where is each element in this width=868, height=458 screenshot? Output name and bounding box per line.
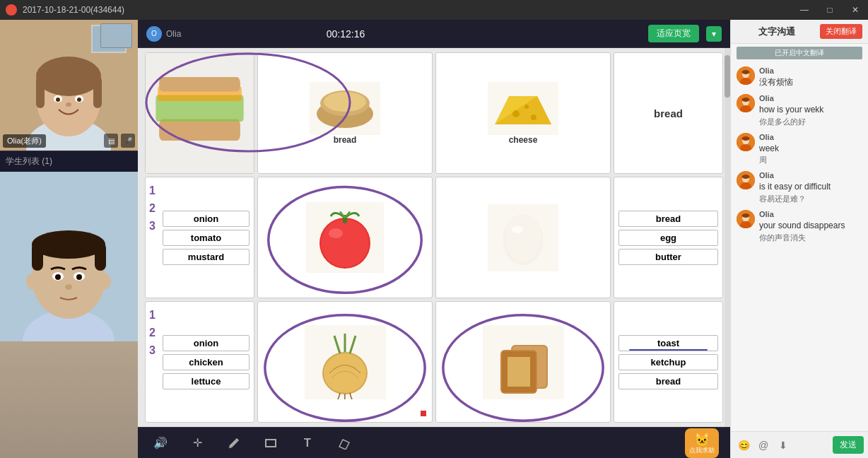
maximize-button[interactable]: □ <box>817 0 843 20</box>
word-lettuce-3: lettuce <box>163 373 250 389</box>
svg-point-21 <box>26 273 40 290</box>
svg-rect-7 <box>36 76 45 108</box>
msg-translation-5: 你的声音消失 <box>759 233 862 243</box>
olia-avatar-2 <box>737 94 755 112</box>
chat-message-5: Olia your sound disappears 你的声音消失 <box>737 210 862 243</box>
svg-text:2: 2 <box>149 327 156 339</box>
svg-rect-72 <box>530 351 536 392</box>
food-cell-bread-top: bread <box>257 52 433 174</box>
student-video <box>0 172 138 458</box>
svg-rect-29 <box>159 119 240 141</box>
chat-message-3: Olia week 周 <box>737 133 862 166</box>
compass-button[interactable]: ✛ <box>186 432 209 454</box>
word-onion-1: onion <box>163 211 250 227</box>
bread-image <box>310 82 380 135</box>
help-emoji: 🐱 <box>694 432 710 447</box>
food-cell-tomato <box>257 177 433 298</box>
pen-button[interactable] <box>223 432 245 454</box>
bread-word-right: bread <box>654 107 683 119</box>
msg-content-3: Olia week 周 <box>759 133 862 166</box>
svg-text:3: 3 <box>149 344 156 356</box>
olia-avatar-4 <box>737 171 755 189</box>
teacher-screen-btn[interactable]: ▤ <box>104 134 118 148</box>
scrollbar-track[interactable] <box>725 48 730 427</box>
cheese-image <box>488 82 558 135</box>
close-translate-button[interactable]: 关闭翻译 <box>820 24 862 39</box>
tomato-image <box>306 202 384 273</box>
svg-rect-20 <box>95 242 106 271</box>
chat-message-1: Olia 没有烦恼 <box>737 66 862 88</box>
username-label: Olia <box>166 29 181 39</box>
toast-underline <box>629 349 708 351</box>
svg-rect-75 <box>266 440 276 447</box>
app-icon <box>6 4 17 16</box>
word-chicken-3: chicken <box>163 354 250 370</box>
svg-point-25 <box>55 274 61 280</box>
word-cell-group-4: toast ketchup bread <box>614 301 723 423</box>
window-title: 2017-10-18-21-00(434644) <box>23 5 124 15</box>
msg-text-2: how is your wekk <box>759 104 862 116</box>
at-button[interactable]: @ <box>755 437 772 454</box>
word-cell-group-1: 1 2 3 onion tomato mustard <box>145 177 254 298</box>
volume-button[interactable]: 🔊 <box>149 432 172 454</box>
teacher-label: Olia(老师) <box>3 134 46 148</box>
onion-image <box>305 325 386 399</box>
fit-dropdown-button[interactable]: ▾ <box>706 26 722 42</box>
olia-avatar-3 <box>737 133 755 151</box>
svg-rect-71 <box>502 351 508 392</box>
text-button[interactable]: T <box>296 432 319 454</box>
cheese-label: cheese <box>509 135 538 145</box>
word-egg-2: egg <box>618 230 718 246</box>
chat-icons: 😊 @ ⬇ <box>735 437 792 454</box>
download-button[interactable]: ⬇ <box>775 437 792 454</box>
help-button[interactable]: 🐱 点我求助 <box>685 428 719 458</box>
svg-point-6 <box>36 57 101 96</box>
background-picture <box>100 23 132 48</box>
send-button[interactable]: 发送 <box>833 436 864 454</box>
msg-sender-3: Olia <box>759 133 862 141</box>
msg-sender-2: Olia <box>759 94 862 102</box>
msg-avatar-1 <box>737 66 755 85</box>
word-list-1: onion tomato mustard <box>163 211 250 265</box>
msg-content-1: Olia 没有烦恼 <box>759 66 862 88</box>
svg-point-50 <box>329 228 343 238</box>
user-info: O Olia <box>146 26 181 42</box>
eraser-button[interactable] <box>333 432 356 454</box>
toast-image <box>483 325 564 399</box>
word-mustard-1: mustard <box>163 249 250 265</box>
main-layout: Olia(老师) ▤ 🎤 学生列表 (1) <box>0 20 868 458</box>
svg-point-88 <box>742 136 750 141</box>
text-icon: T <box>304 437 311 450</box>
svg-point-12 <box>77 98 81 102</box>
teacher-video-frame: Olia(老师) ▤ 🎤 <box>0 20 138 151</box>
scrollbar-thumb[interactable] <box>725 55 730 98</box>
svg-point-37 <box>324 92 366 112</box>
pen-icon <box>228 437 240 450</box>
svg-point-41 <box>512 110 520 117</box>
minimize-button[interactable]: — <box>792 0 817 20</box>
msg-sender-4: Olia <box>759 171 862 180</box>
msg-text-5: your sound disappears <box>759 220 862 232</box>
fit-width-button[interactable]: 适应页宽 <box>648 25 699 42</box>
teacher-mic-btn[interactable]: 🎤 <box>121 134 135 148</box>
help-container: 🐱 点我求助 <box>685 428 719 458</box>
emoji-button[interactable]: 😊 <box>735 437 752 454</box>
svg-text:2: 2 <box>149 202 156 214</box>
svg-point-27 <box>65 284 72 290</box>
teacher-name: Olia(老师) <box>7 136 42 146</box>
svg-marker-76 <box>339 440 349 450</box>
svg-point-11 <box>56 98 60 102</box>
word-ketchup-4: ketchup <box>618 354 718 370</box>
food-cell-cheese-top: cheese <box>435 52 611 174</box>
food-cell-onion <box>257 301 433 423</box>
svg-point-55 <box>505 214 541 262</box>
msg-translation-3: 周 <box>759 155 862 165</box>
svg-point-56 <box>512 226 523 233</box>
chat-title: 文字沟通 <box>737 25 817 38</box>
rectangle-button[interactable] <box>259 432 282 454</box>
purple-numbers-3: 1 2 3 <box>147 305 161 361</box>
close-button[interactable]: ✕ <box>843 0 868 20</box>
purple-number-1: 1 2 3 <box>147 180 161 237</box>
chat-input-area: 😊 @ ⬇ 发送 <box>731 431 868 458</box>
eraser-icon <box>338 437 351 450</box>
